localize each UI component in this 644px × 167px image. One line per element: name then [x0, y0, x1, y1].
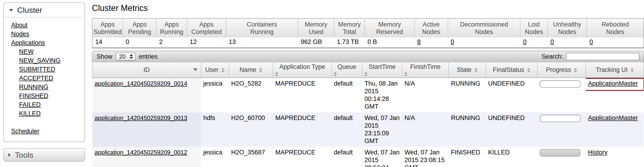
unhealthy-nodes-link[interactable]: 0 [550, 38, 554, 45]
application-id-link[interactable]: application_1420450259209_0013 [94, 114, 187, 121]
decommissioned-nodes-link[interactable]: 0 [451, 38, 454, 45]
col-header-name[interactable]: Name [229, 62, 273, 78]
tracking-ui-link[interactable]: ApplicationMaster [588, 80, 638, 87]
col-header-application-type[interactable]: Application Type [273, 62, 332, 78]
starttime-cell: Wed, 07 Jan 2015 23:15:09 GMT [362, 112, 402, 147]
col-header-queue[interactable]: Queue [332, 62, 362, 78]
col-header-finishtime[interactable]: FinishTime [402, 62, 448, 78]
col-header-progress[interactable]: Progress [537, 62, 586, 78]
col-header-tracking-ui[interactable]: Tracking UI [586, 62, 644, 78]
sort-desc-icon [193, 68, 198, 71]
tracking-ui-cell: History [586, 147, 644, 167]
application-id-link[interactable]: application_1420450259209_0012 [94, 149, 187, 156]
sort-both-icon [364, 72, 400, 77]
user-cell: jessica [201, 147, 229, 167]
cluster-metrics-table: Apps Submitted Apps Pending Apps Running… [92, 18, 644, 48]
sidebar-item-about[interactable]: About [11, 21, 83, 30]
active-nodes-link[interactable]: 8 [417, 38, 421, 45]
progress-bar [540, 80, 580, 88]
application-type-cell: MAPREDUCE [273, 112, 332, 147]
metrics-col-apps-completed: Apps Completed [187, 18, 226, 38]
sidebar-item-nodes[interactable]: Nodes [11, 30, 83, 38]
user-cell: jessica [201, 78, 229, 112]
finalstatus-cell: KILLED [486, 147, 537, 167]
sort-both-icon [574, 68, 577, 73]
col-header-finalstatus[interactable]: FinalStatus [486, 62, 537, 78]
progress-cell [537, 147, 586, 167]
sidebar-item-state-new-saving[interactable]: NEW_SAVING [19, 56, 83, 65]
starttime-cell: Thu, 08 Jan 2015 00:14:28 GMT [362, 78, 402, 112]
lost-nodes-link[interactable]: 0 [523, 38, 526, 45]
progress-cell [537, 78, 586, 112]
cluster-section-header[interactable]: Cluster [4, 3, 84, 18]
applications-table: ID User Name Application Type Queue Star… [92, 62, 644, 167]
sidebar-item-state-failed[interactable]: FAILED [19, 100, 83, 109]
page-size-select[interactable]: 20 [116, 53, 136, 61]
sidebar-item-applications[interactable]: Applications [11, 38, 83, 47]
sidebar-item-state-accepted[interactable]: ACCEPTED [19, 74, 83, 83]
tracking-ui-cell: ApplicationMaster [586, 112, 644, 147]
history-link[interactable]: History [588, 149, 608, 156]
sidebar-item-state-finished[interactable]: FINISHED [19, 91, 83, 100]
col-header-starttime[interactable]: StartTime [362, 62, 402, 78]
metrics-col-memory-used: Memory Used [298, 18, 334, 38]
metrics-col-memory-reserved: Memory Reserved [365, 18, 414, 38]
metrics-col-apps-submitted: Apps Submitted [92, 18, 123, 38]
sidebar-item-state-submitted[interactable]: SUBMITTED [19, 65, 83, 74]
progress-bar [540, 149, 580, 156]
state-cell: RUNNING [448, 78, 486, 112]
search-input[interactable] [566, 53, 639, 60]
sort-both-icon [474, 68, 478, 73]
application-state-links: NEW NEW_SAVING SUBMITTED ACCEPTED RUNNIN… [6, 47, 83, 118]
metrics-col-apps-pending: Apps Pending [123, 18, 156, 38]
metrics-col-rebooted-nodes: Rebooted Nodes [586, 18, 644, 38]
chevron-down-icon [9, 9, 13, 12]
sort-both-icon [527, 68, 530, 73]
tools-section-label: Tools [15, 150, 33, 159]
tracking-ui-cell: ApplicationMaster [586, 78, 644, 112]
progress-bar [540, 115, 580, 122]
state-cell: FINISHED [448, 147, 486, 167]
memory-reserved-value: 0 B [365, 38, 414, 48]
cluster-nav-links: About Nodes Applications NEW NEW_SAVING … [4, 18, 84, 142]
sort-both-icon [222, 68, 225, 73]
apps-pending-value: 0 [123, 38, 156, 48]
sidebar-item-state-new[interactable]: NEW [19, 47, 83, 56]
col-header-state[interactable]: State [448, 62, 486, 78]
finalstatus-cell: UNDEFINED [486, 112, 537, 147]
yarn-resourcemanager-page: Cluster About Nodes Applications NEW NEW… [0, 0, 644, 167]
sort-both-icon [259, 68, 262, 73]
main-content: Cluster Metrics Apps Submitted Apps Pend… [92, 0, 644, 167]
chevron-right-icon [8, 153, 11, 157]
queue-cell: default [332, 78, 362, 112]
tools-section-header[interactable]: Tools [3, 148, 85, 162]
containers-running-value: 13 [226, 38, 298, 48]
sort-both-icon [630, 68, 634, 73]
table-toolbar: Show 20 entries Search: [92, 51, 644, 62]
sidebar-item-scheduler[interactable]: Scheduler [11, 127, 83, 136]
metrics-col-active-nodes: Active Nodes [414, 18, 448, 38]
metrics-col-memory-total: Memory Total [334, 18, 365, 38]
table-row: application_1420450259209_0014 jessica H… [92, 78, 644, 112]
page-title: Cluster Metrics [92, 3, 644, 13]
cluster-nav-box: Cluster About Nodes Applications NEW NEW… [3, 2, 85, 142]
sidebar: Cluster About Nodes Applications NEW NEW… [3, 2, 85, 162]
finishtime-cell: N/A [402, 112, 448, 147]
name-cell: H2O_5282 [229, 78, 273, 112]
cluster-section-label: Cluster [17, 6, 42, 15]
metrics-header-row: Apps Submitted Apps Pending Apps Running… [92, 18, 644, 38]
entries-label: entries [139, 53, 158, 60]
progress-cell [537, 112, 586, 147]
sidebar-item-state-killed[interactable]: KILLED [19, 109, 83, 118]
application-id-link[interactable]: application_1420450259209_0014 [94, 80, 187, 87]
col-header-id[interactable]: ID [92, 62, 201, 78]
name-cell: H2O_35687 [229, 147, 273, 167]
applications-header-row: ID User Name Application Type Queue Star… [92, 62, 644, 78]
tracking-ui-link[interactable]: ApplicationMaster [588, 114, 638, 121]
sidebar-item-state-running[interactable]: RUNNING [19, 83, 83, 91]
application-type-cell: MAPREDUCE [273, 147, 332, 167]
starttime-cell: Wed, 07 Jan 2015 20:56:24 GMT [362, 147, 402, 167]
col-header-user[interactable]: User [201, 62, 229, 78]
rebooted-nodes-link[interactable]: 0 [590, 38, 593, 45]
user-cell: hdfs [201, 112, 229, 147]
